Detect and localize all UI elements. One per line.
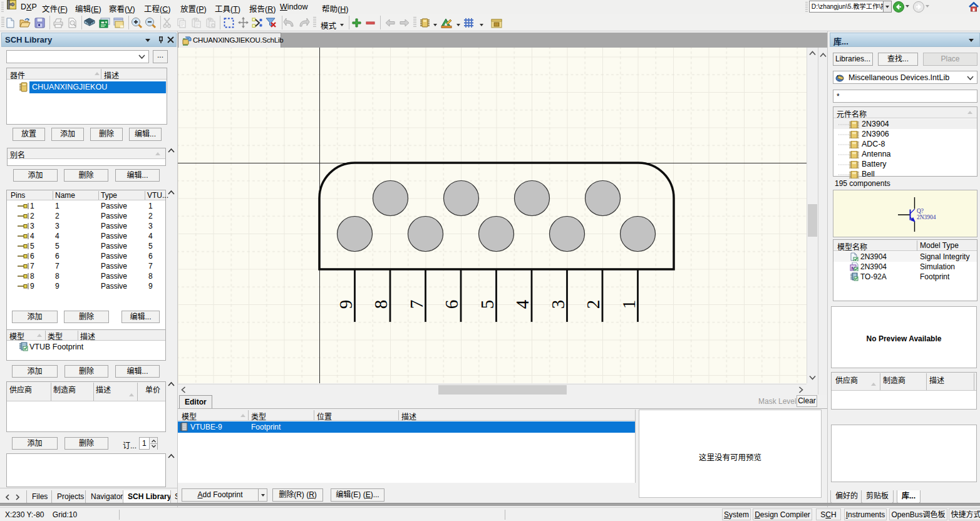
svg-text:2: 2 [583, 300, 603, 309]
svg-text:5: 5 [477, 300, 497, 309]
svg-text:Q?: Q? [917, 208, 924, 214]
svg-text:4: 4 [512, 299, 532, 309]
svg-text:2N3904: 2N3904 [917, 214, 936, 220]
svg-text:8: 8 [371, 300, 391, 309]
svg-text:3: 3 [548, 300, 568, 309]
svg-text:7: 7 [406, 300, 426, 309]
svg-text:1: 1 [619, 300, 639, 309]
svg-text:6: 6 [441, 300, 462, 309]
svg-text:9: 9 [336, 300, 356, 309]
